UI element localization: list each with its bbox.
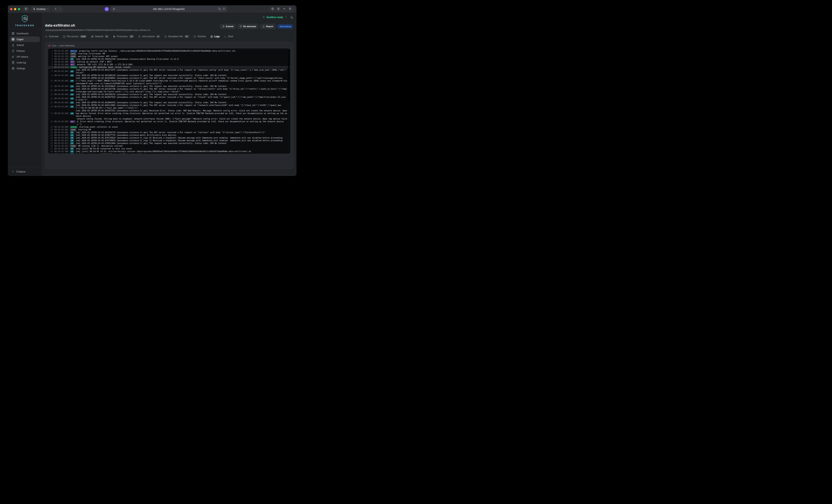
sandbox-status[interactable]: Sandbox ready (262, 16, 287, 19)
tab-deception-hits[interactable]: Deception hits 47 (164, 35, 189, 38)
tab-processes[interactable]: Processes 79 (113, 35, 134, 38)
collapse-sidebar-button[interactable]: Collapse (8, 167, 42, 176)
log-row[interactable]: 3 08:54:43.556 CAGE waiting for firecrac… (48, 55, 290, 58)
logs-card: Live — auto-refreshing 1 08:54:43.483 BU… (45, 42, 293, 169)
reload-icon[interactable] (223, 7, 225, 11)
log-row[interactable]: 16 08:54:43.843 VM [vm] 2026-03-28T09:54… (48, 104, 290, 109)
tab-timeline[interactable]: Timeline (193, 35, 206, 38)
log-tag-badge: NET (70, 121, 75, 123)
forward-button[interactable] (59, 7, 61, 11)
sidebar-item-cages[interactable]: Cages (10, 36, 40, 42)
zoom-window-button[interactable] (18, 8, 20, 10)
log-row[interactable]: 22 08:54:43.870 VM [vm] 2026-03-28T09:54… (48, 134, 290, 137)
sidebar-item-label: Dashboard (17, 32, 28, 35)
log-row[interactable]: 11 08:54:43.841 VM [vm] 2026-03-28T09:54… (48, 85, 290, 88)
log-timestamp: 08:54:43.843 (54, 105, 68, 108)
tab-file-access[interactable]: File access 1009 (63, 35, 87, 38)
log-tag-badge: VM (70, 142, 74, 145)
tab-overview[interactable]: Overview (45, 35, 59, 38)
extension-icon[interactable] (105, 7, 109, 11)
log-line-number: 10 (50, 80, 53, 82)
log-row[interactable]: 9 08:54:43.841 VM [vm] 2026-03-28T09:54:… (48, 74, 290, 77)
log-row[interactable]: 23 08:54:43.870 VM [vm] 2026-03-28T09:54… (48, 137, 290, 139)
live-spinner-icon (48, 45, 50, 47)
log-message: starting VM (78, 128, 287, 131)
log-row[interactable]: 21 08:54:43.861 VM [vm] 2026-03-28T09:54… (48, 131, 290, 134)
tab-label: Shell (228, 35, 233, 38)
log-line-number: 26 (50, 145, 53, 148)
log-row[interactable]: 28 08:54:45.096 VM [vm] [init] 08:54:45 … (48, 150, 290, 153)
log-tag-badge: VM (70, 102, 74, 104)
terminal-icon (224, 35, 227, 38)
log-tag-badge: VM (70, 70, 74, 73)
log-row[interactable]: 15 08:54:43.842 VM [vm] 2026-03-28T09:54… (48, 101, 290, 104)
log-line-number: 19 (50, 126, 53, 128)
minimize-window-button[interactable] (14, 8, 16, 10)
sidebar-item-policies[interactable]: Policies (10, 48, 40, 54)
api-tokens-icon (11, 55, 15, 58)
back-button[interactable] (54, 7, 57, 11)
log-row[interactable]: 18 08:54:43.843 NET network config faile… (48, 117, 290, 126)
sidebar-item-dashboard[interactable]: Dashboard (10, 31, 40, 36)
log-row[interactable]: 29 08:54:45.101 VM [vm] [accounts-daemon… (48, 153, 290, 154)
log-message: [vm] 2026-03-28T09:54:43.841920820 [anon… (76, 85, 287, 88)
sidebar-item-settings[interactable]: Settings (10, 65, 40, 71)
close-window-button[interactable] (10, 8, 12, 10)
log-row[interactable]: 20 08:54:43.861 CAGE starting VM (48, 128, 290, 131)
share-icon[interactable] (277, 7, 280, 11)
log-tag-badge: NET (70, 63, 75, 66)
log-row[interactable]: 13 08:54:43.842 VM [vm] 2026-03-28T09:54… (48, 93, 290, 96)
log-line-number: 28 (50, 150, 53, 153)
log-row[interactable]: 4 08:54:43.559 VM [vm] 2026-03-28T09:54:… (48, 58, 290, 60)
downloads-icon[interactable] (271, 7, 274, 11)
log-row[interactable]: 17 08:54:43.843 VM [vm] 2026-03-28T09:54… (48, 109, 290, 117)
log-row[interactable]: 12 08:54:43.842 VM [vm] 2026-03-28T09:54… (48, 88, 290, 93)
log-row[interactable]: 5 08:54:43.806 NET setting up network (T… (48, 60, 290, 63)
site-settings-icon[interactable] (113, 8, 124, 10)
browser-toolbar: Osobisty 192.168.1.113:5173/cages/51 (8, 5, 296, 13)
dark-mode-toggle[interactable] (290, 16, 293, 19)
log-line-number: 14 (50, 97, 53, 100)
log-row[interactable]: 6 08:54:43.840 NET network: TAP tc51 (17… (48, 63, 290, 66)
tab-anti-evasion[interactable]: Anti-evasion 0 (138, 35, 160, 38)
log-row[interactable]: 7 08:54:43.840 VSOCK configuring VM (mac… (48, 66, 290, 69)
log-row[interactable]: 26 08:54:43.871 CAGE VM running (CID 7),… (48, 145, 290, 148)
re-detonate-button[interactable]: Re-detonate (237, 24, 258, 29)
log-panel[interactable]: 1 08:54:43.483 BUILD preparing rootfs ov… (48, 49, 290, 154)
log-tag-badge: VM (70, 139, 74, 142)
log-row[interactable]: 2 08:54:43.554 CAGE starting firecracker… (48, 52, 290, 55)
log-tag-badge: VSOCK (70, 66, 78, 69)
profile-button[interactable]: Osobisty (31, 7, 51, 11)
sidebar-item-audit-log[interactable]: Audit log (10, 60, 40, 65)
log-row[interactable]: 19 08:54:43.860 VSOCK starting event col… (48, 126, 290, 128)
log-tag-badge: VM (70, 112, 74, 115)
log-line-number: 20 (50, 128, 53, 131)
log-row[interactable]: 24 08:54:43.871 VM [vm] 2026-03-28T09:54… (48, 139, 290, 142)
log-row[interactable]: 27 08:54:45.091 VM [vm] [init] 08:54:45 … (48, 148, 290, 150)
log-tag-badge: VM (70, 106, 74, 108)
log-row[interactable]: 14 08:54:43.842 VM [vm] 2026-03-28T09:54… (48, 96, 290, 101)
log-line-number: 7 (50, 66, 53, 69)
log-row[interactable]: 8 08:54:43.841 VM [vm] 2026-03-28T09:54:… (48, 69, 290, 74)
translate-icon[interactable] (218, 7, 221, 11)
tab-shell[interactable]: Shell (224, 35, 233, 38)
scrollbar-thumb[interactable] (288, 50, 289, 102)
tab-overview-icon[interactable] (289, 7, 291, 11)
log-timestamp: 08:54:43.870 (54, 134, 68, 137)
log-row[interactable]: 1 08:54:43.483 BUILD preparing rootfs ov… (48, 50, 290, 52)
report-button[interactable]: Report (260, 24, 276, 29)
sidebar-item-submit[interactable]: Submit (10, 42, 40, 48)
address-bar[interactable]: 192.168.1.113:5173/cages/51 (111, 6, 227, 12)
log-row[interactable]: 25 08:54:43.871 VM [vm] 2026-03-28T09:54… (48, 142, 290, 145)
log-message: starting event collector on vsock (79, 126, 287, 128)
extend-button[interactable]: Extend (220, 24, 236, 29)
url-text[interactable]: 192.168.1.113:5173/cages/51 (124, 8, 213, 10)
tab-logs[interactable]: Logs (210, 35, 220, 38)
sidebar: TRACECAGE Dashboard Cages Submit Policie… (8, 13, 42, 176)
sidebar-toggle-button[interactable] (23, 7, 29, 11)
tab-network[interactable]: Network 0 (91, 35, 109, 38)
new-tab-icon[interactable] (283, 7, 286, 11)
sidebar-item-api-tokens[interactable]: API tokens (10, 54, 40, 59)
log-row[interactable]: 10 08:54:43.841 VM [vm] 2026-03-28T09:54… (48, 77, 290, 85)
log-message: preparing rootfs overlay (binary: ./data… (79, 50, 287, 52)
